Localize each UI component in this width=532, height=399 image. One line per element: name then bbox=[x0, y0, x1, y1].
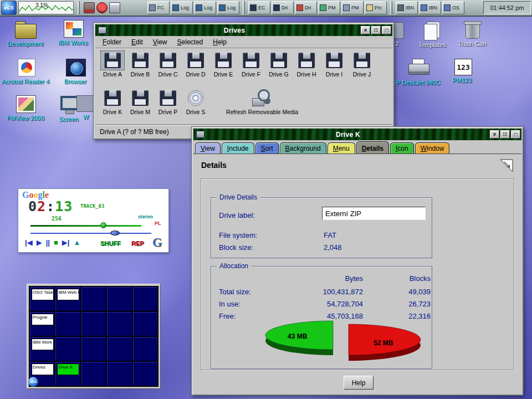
window-list-cell[interactable] bbox=[107, 312, 131, 336]
seek-knob[interactable] bbox=[110, 231, 120, 236]
menu-view[interactable]: View bbox=[148, 37, 172, 47]
playlist-label[interactable]: PL bbox=[155, 221, 161, 226]
window-list-cell[interactable] bbox=[107, 337, 131, 361]
clock[interactable]: 01:44:52 pm bbox=[483, 1, 531, 14]
drive-b-icon[interactable]: Drive B bbox=[126, 50, 154, 78]
refresh-removeable-media[interactable]: Refresh Removeable Media bbox=[209, 88, 315, 115]
task-button[interactable]: FC bbox=[147, 1, 170, 14]
eject-button[interactable]: ▲ bbox=[73, 238, 80, 248]
volume-knob[interactable] bbox=[100, 222, 106, 228]
pause-button[interactable]: || bbox=[46, 238, 50, 248]
drive-k-window-icon[interactable] bbox=[196, 131, 204, 138]
window-list-cell[interactable]: IBM Work bbox=[30, 337, 54, 361]
window-list-cell[interactable] bbox=[81, 312, 106, 336]
window-list-cell[interactable] bbox=[133, 362, 157, 386]
tab-include[interactable]: Include bbox=[222, 142, 254, 154]
window-list-item-active[interactable]: Drive K bbox=[57, 364, 79, 375]
window-list-cell[interactable] bbox=[133, 337, 157, 361]
drives-window-icon[interactable] bbox=[98, 27, 106, 34]
desktop-icon-acrobat[interactable]: Acrobat Reader 4 bbox=[1, 59, 50, 85]
drive-g-icon[interactable]: Drive G bbox=[265, 50, 293, 78]
stop-button[interactable]: ■ bbox=[54, 238, 58, 248]
task-button[interactable]: Prc bbox=[365, 1, 387, 14]
next-button[interactable]: ▶| bbox=[62, 238, 70, 248]
tab-view[interactable]: View bbox=[195, 142, 221, 154]
window-list-cell[interactable] bbox=[107, 287, 131, 311]
window-list-cell[interactable] bbox=[55, 337, 80, 361]
window-list-item[interactable]: OS/2 Task bbox=[32, 289, 54, 300]
drive-e-icon[interactable]: Drive E bbox=[209, 50, 237, 78]
play-button[interactable]: ▶ bbox=[37, 238, 42, 248]
task-button[interactable]: EC bbox=[248, 1, 270, 14]
help-button[interactable]: Help bbox=[344, 376, 374, 390]
window-list-cell[interactable]: IBM Web B bbox=[55, 287, 80, 311]
task-button[interactable]: PM bbox=[318, 1, 340, 14]
maximize-button[interactable]: □ bbox=[382, 26, 391, 34]
window-list-item[interactable]: IBM Web B bbox=[57, 289, 79, 300]
window-list-cell[interactable] bbox=[81, 287, 106, 311]
maximize-button[interactable]: □ bbox=[511, 130, 520, 139]
drive-label-input[interactable] bbox=[322, 207, 426, 220]
task-button[interactable]: Dri bbox=[295, 1, 317, 14]
shuffle-button[interactable]: SHUFF bbox=[100, 240, 121, 247]
task-button[interactable]: OS bbox=[442, 1, 464, 14]
task-button[interactable]: PM bbox=[341, 1, 364, 14]
drive-m-icon[interactable]: Drive M bbox=[126, 88, 154, 115]
drive-f-icon[interactable]: Drive F bbox=[237, 50, 265, 78]
desktop-icon-ibm-works[interactable]: IBM Works bbox=[49, 20, 98, 46]
drive-c-icon[interactable]: Drive C bbox=[154, 50, 182, 78]
window-list-cell[interactable]: Prograr bbox=[30, 312, 54, 336]
drive-p-icon[interactable]: Drive P bbox=[154, 88, 182, 115]
drive-s-icon[interactable]: Drive S bbox=[182, 88, 209, 115]
drive-i-icon[interactable]: Drive I bbox=[320, 50, 348, 78]
drive-d-icon[interactable]: Drive D bbox=[182, 50, 209, 78]
cpu-monitor[interactable]: 3.1% bbox=[18, 1, 74, 14]
close-button[interactable]: × bbox=[361, 26, 370, 34]
hide-button[interactable]: ∷ bbox=[500, 130, 510, 139]
drive-k-titlebar[interactable]: Drive K × ∷ □ bbox=[193, 129, 521, 140]
desktop-icon-trash-can[interactable]: Trash Can bbox=[448, 20, 497, 47]
seek-slider[interactable] bbox=[30, 233, 151, 234]
window-list-cell[interactable] bbox=[133, 287, 157, 311]
menu-edit[interactable]: Edit bbox=[126, 37, 148, 47]
desktop-icon-pmview[interactable]: PMView 2000 bbox=[1, 95, 50, 121]
drive-a-icon[interactable]: Drive A bbox=[99, 50, 126, 78]
desktop-icon-development[interactable]: Development bbox=[1, 20, 50, 47]
window-list-item[interactable]: Drives bbox=[32, 364, 54, 375]
desktop-icon-browser[interactable]: Browser bbox=[51, 59, 100, 85]
desktop-icon-pm123[interactable]: 123 PM123 bbox=[438, 59, 487, 84]
window-list-cell[interactable]: Drive K bbox=[55, 362, 80, 386]
drive-k-icon[interactable]: Drive K bbox=[99, 88, 126, 115]
tab-sort[interactable]: Sort bbox=[255, 142, 279, 154]
window-list-cell[interactable] bbox=[55, 312, 80, 336]
window-list-cell[interactable]: OS/2 Task bbox=[30, 287, 54, 311]
tab-menu[interactable]: Menu bbox=[328, 142, 355, 154]
task-button[interactable]: Log bbox=[194, 1, 216, 14]
menu-folder[interactable]: Folder bbox=[98, 37, 126, 47]
window-list-item[interactable]: Prograr bbox=[32, 314, 54, 325]
close-button[interactable]: × bbox=[490, 130, 499, 139]
tab-icon[interactable]: Icon bbox=[390, 142, 414, 154]
window-list-cell[interactable] bbox=[107, 362, 131, 386]
drives-titlebar[interactable]: Drives × ∷ □ bbox=[95, 24, 392, 36]
task-button[interactable]: IBN bbox=[396, 1, 418, 14]
tab-window[interactable]: Window bbox=[415, 142, 450, 154]
window-list-cell[interactable] bbox=[81, 362, 106, 386]
previous-button[interactable]: |◀ bbox=[25, 238, 33, 248]
task-button[interactable]: Log bbox=[217, 1, 239, 14]
drive-h-icon[interactable]: Drive H bbox=[293, 50, 320, 78]
printer-tray-icon[interactable] bbox=[109, 2, 120, 13]
stop-tray-icon[interactable] bbox=[96, 2, 108, 13]
menu-help[interactable]: Help bbox=[208, 37, 232, 47]
task-button[interactable]: Log bbox=[171, 1, 193, 14]
tab-background[interactable]: Background bbox=[280, 142, 326, 154]
page-turn-icon[interactable] bbox=[499, 158, 514, 173]
window-list-item[interactable]: IBM Work bbox=[32, 339, 54, 350]
hide-button[interactable]: ∷ bbox=[371, 26, 381, 34]
task-button[interactable]: Dri bbox=[272, 1, 294, 14]
ecs-start-button[interactable]: eCS bbox=[1, 1, 17, 15]
window-list-cell[interactable] bbox=[133, 312, 157, 336]
tab-details[interactable]: Details bbox=[356, 141, 389, 154]
volume-slider[interactable] bbox=[30, 225, 141, 227]
window-list-cell[interactable] bbox=[81, 337, 106, 361]
